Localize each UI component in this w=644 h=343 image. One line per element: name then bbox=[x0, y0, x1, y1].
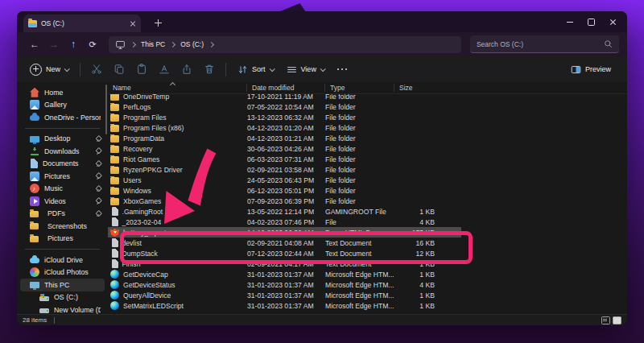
table-row[interactable]: RyzenPPKG Driver02-09-2021 03:58 AMFile … bbox=[108, 164, 627, 175]
chevron-down-icon bbox=[269, 66, 275, 72]
view-button[interactable]: View bbox=[280, 60, 331, 79]
column-header-date[interactable]: Date modified bbox=[247, 84, 325, 92]
table-row[interactable]: GetDeviceStatus31-01-2023 01:37 AMMicros… bbox=[108, 279, 627, 290]
preview-icon bbox=[571, 64, 581, 75]
command-bar: New bbox=[17, 56, 627, 83]
file-icon bbox=[110, 146, 119, 153]
pin-icon bbox=[95, 198, 101, 205]
minimize-icon bbox=[567, 22, 573, 23]
copy-icon bbox=[114, 64, 125, 75]
file-list: Name Date modified Type Size OneDriveTem… bbox=[108, 82, 627, 315]
column-header-name[interactable]: Name bbox=[108, 84, 247, 92]
search-input[interactable]: Search OS (C:) bbox=[470, 35, 619, 53]
rename-button[interactable] bbox=[153, 60, 175, 79]
file-icon bbox=[110, 114, 119, 122]
new-tab-button[interactable] bbox=[152, 17, 165, 30]
table-row[interactable]: Recovery30-06-2023 04:26 AMFile folder bbox=[108, 143, 627, 154]
maximize-button[interactable] bbox=[580, 11, 602, 32]
back-button[interactable] bbox=[25, 36, 44, 52]
file-icon bbox=[112, 207, 118, 216]
music-icon bbox=[30, 184, 39, 193]
monitor-icon bbox=[115, 39, 126, 50]
file-rows: OneDriveTemp17-10-2021 11:19 AMFile fold… bbox=[108, 91, 627, 315]
up-button[interactable] bbox=[64, 36, 83, 52]
toolbar-divider bbox=[80, 63, 80, 76]
sidebar-item-gallery[interactable]: Gallery bbox=[20, 99, 105, 112]
sidebar-item-os-c[interactable]: OS (C:) bbox=[20, 291, 105, 304]
sidebar-item-pdfs[interactable]: PDFs bbox=[20, 208, 105, 221]
sidebar-item-videos[interactable]: Videos bbox=[20, 195, 105, 208]
sidebar-item-icloud-photos[interactable]: iCloud Photos bbox=[20, 267, 105, 279]
breadcrumb-this-pc[interactable]: This PC bbox=[141, 40, 165, 48]
desktop-background: OS (C:) This PC OS (C:) bbox=[0, 0, 644, 343]
table-row[interactable]: ProgramData04-12-2023 01:21 AMFile folde… bbox=[108, 133, 627, 143]
table-row[interactable]: Users24-05-2023 06:43 PMFile folder bbox=[108, 175, 627, 185]
new-button[interactable]: New bbox=[23, 60, 75, 79]
file-icon bbox=[110, 301, 119, 310]
table-row[interactable]: QueryAllDevice31-01-2023 01:37 AMMicroso… bbox=[108, 290, 627, 300]
pin-icon bbox=[95, 173, 101, 180]
search-placeholder: Search OS (C:) bbox=[477, 40, 604, 48]
table-row[interactable]: Program Files13-12-2023 06:32 AMFile fol… bbox=[108, 112, 627, 122]
breadcrumb-os-c[interactable]: OS (C:) bbox=[180, 40, 204, 48]
column-header-type[interactable]: Type bbox=[325, 84, 394, 92]
sidebar-item-this-pc[interactable]: This PC bbox=[20, 279, 105, 291]
table-row[interactable]: PerfLogs07-05-2022 10:54 AMFile folder bbox=[108, 101, 627, 112]
copy-button[interactable] bbox=[108, 60, 130, 79]
icloud-photos-icon bbox=[30, 267, 39, 277]
table-row[interactable]: Riot Games06-03-2023 07:31 AMFile folder bbox=[108, 154, 627, 164]
share-button[interactable] bbox=[175, 60, 198, 79]
table-row[interactable]: _2023-02-0404-02-2023 07:46 PMFile4 KB bbox=[108, 217, 627, 227]
table-row[interactable]: Windows06-12-2023 05:01 PMFile folder bbox=[108, 185, 627, 196]
details-view-icon[interactable] bbox=[601, 316, 610, 324]
table-row[interactable]: .GamingRoot13-05-2022 12:14 PMGAMINGROOT… bbox=[108, 206, 627, 217]
sidebar-item-pictures-folder[interactable]: Pictures bbox=[20, 233, 105, 246]
sidebar-item-desktop[interactable]: Desktop bbox=[20, 133, 105, 146]
sidebar-item-new-volume[interactable]: New Volume (D: bbox=[20, 304, 105, 315]
highlight-box-annotation bbox=[120, 231, 473, 264]
sidebar-item-pictures[interactable]: Pictures bbox=[20, 170, 105, 183]
table-row[interactable]: Program Files (x86)04-12-2023 01:20 AMFi… bbox=[108, 122, 627, 133]
address-bar[interactable]: This PC OS (C:) bbox=[109, 36, 461, 53]
sidebar-item-home[interactable]: Home bbox=[20, 86, 105, 99]
pin-icon bbox=[95, 185, 101, 192]
sidebar-item-icloud-drive[interactable]: iCloud Drive bbox=[20, 254, 105, 267]
column-header-size[interactable]: Size bbox=[394, 84, 440, 92]
table-row[interactable]: XboxGames07-09-2023 06:39 PMFile folder bbox=[108, 196, 627, 206]
icloud-drive-icon bbox=[30, 258, 39, 263]
pin-icon bbox=[95, 160, 101, 167]
cut-button[interactable] bbox=[85, 60, 108, 79]
file-icon bbox=[110, 228, 119, 237]
large-icons-view-icon[interactable] bbox=[613, 316, 621, 324]
paste-button[interactable] bbox=[130, 60, 153, 79]
documents-icon bbox=[31, 159, 38, 168]
close-button[interactable] bbox=[602, 11, 624, 32]
table-row[interactable]: GetDeviceCap31-01-2023 01:37 AMMicrosoft… bbox=[108, 269, 627, 279]
sidebar-item-documents[interactable]: Documents bbox=[20, 158, 105, 171]
file-icon bbox=[110, 125, 119, 132]
file-icon bbox=[112, 217, 118, 226]
file-explorer-window: OS (C:) This PC OS (C:) bbox=[17, 11, 627, 325]
preview-toggle[interactable]: Preview bbox=[564, 60, 617, 79]
file-icon bbox=[110, 198, 119, 205]
delete-button[interactable] bbox=[198, 60, 221, 79]
pin-icon bbox=[95, 210, 101, 217]
sidebar-item-music[interactable]: Music bbox=[20, 183, 105, 196]
file-icon bbox=[110, 270, 119, 279]
sidebar-item-screenshots[interactable]: Screenshots bbox=[20, 220, 105, 233]
sidebar-scrollbar[interactable] bbox=[105, 85, 107, 134]
forward-button[interactable] bbox=[44, 36, 64, 52]
refresh-button[interactable] bbox=[83, 36, 102, 52]
file-icon bbox=[112, 259, 118, 268]
table-row[interactable]: SetMatrixLEDScript31-01-2023 01:37 AMMic… bbox=[108, 300, 627, 311]
tab-os-c[interactable]: OS (C:) bbox=[23, 14, 141, 32]
sidebar-item-downloads[interactable]: Downloads bbox=[20, 145, 105, 158]
gallery-icon bbox=[30, 100, 39, 110]
folder-icon bbox=[30, 211, 39, 217]
delete-icon bbox=[204, 64, 215, 75]
sort-button[interactable]: Sort bbox=[231, 60, 280, 79]
tab-close-icon[interactable] bbox=[130, 20, 136, 27]
minimize-button[interactable] bbox=[559, 11, 580, 32]
sidebar-item-onedrive[interactable]: OneDrive - Person bbox=[20, 111, 105, 124]
more-options-button[interactable] bbox=[331, 60, 353, 79]
